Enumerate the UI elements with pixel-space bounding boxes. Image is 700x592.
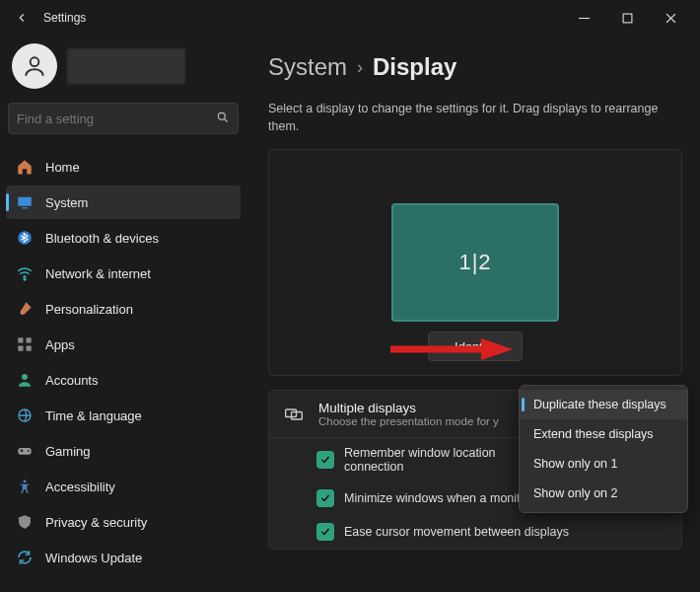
person-icon [16, 371, 34, 389]
sidebar-item-label: Windows Update [45, 551, 142, 565]
group-title: Multiple displays [318, 401, 499, 415]
svg-point-18 [28, 450, 30, 452]
sidebar-item-accessibility[interactable]: Accessibility [6, 470, 241, 503]
account-name-redacted [67, 48, 185, 84]
search-field[interactable] [17, 111, 216, 126]
svg-rect-13 [18, 346, 23, 351]
svg-rect-12 [27, 337, 32, 342]
page-title: Display [373, 53, 456, 81]
brush-icon [16, 300, 34, 318]
search-input[interactable] [8, 103, 239, 134]
sidebar-item-label: Accessibility [45, 480, 115, 494]
sidebar-item-network[interactable]: Network & internet [6, 257, 241, 290]
svg-rect-17 [18, 448, 32, 455]
system-icon [16, 193, 34, 211]
sidebar-item-label: Privacy & security [45, 515, 147, 530]
sidebar-item-label: Time & language [45, 408, 142, 423]
sidebar: Home System Bluetooth & devices Network … [0, 36, 246, 592]
checkbox-checked-icon[interactable] [316, 489, 334, 507]
shield-icon [16, 513, 34, 531]
sidebar-item-apps[interactable]: Apps [6, 328, 241, 361]
sidebar-item-label: Home [45, 160, 80, 175]
search-icon [216, 111, 230, 127]
sidebar-item-gaming[interactable]: Gaming [6, 434, 241, 468]
svg-rect-1 [623, 14, 632, 23]
sidebar-item-label: Accounts [45, 373, 98, 388]
sidebar-item-label: Gaming [45, 444, 91, 459]
breadcrumb-parent[interactable]: System [268, 53, 347, 81]
display-arrangement-box[interactable]: 1|2 Identify [268, 149, 682, 376]
page-description: Select a display to change the settings … [268, 101, 672, 135]
sidebar-item-label: Network & internet [45, 266, 151, 281]
sidebar-item-time[interactable]: Time & language [6, 399, 241, 432]
svg-line-6 [225, 118, 228, 121]
svg-rect-14 [27, 346, 32, 351]
monitor-tile[interactable]: 1|2 [391, 203, 559, 322]
account-header[interactable] [6, 39, 241, 93]
main-panel: System › Display Select a display to cha… [246, 36, 700, 592]
sidebar-item-label: Bluetooth & devices [45, 231, 159, 246]
sidebar-item-accounts[interactable]: Accounts [6, 363, 241, 397]
dropdown-item-show1[interactable]: Show only on 1 [520, 449, 687, 479]
avatar [12, 43, 57, 89]
checkbox-checked-icon[interactable] [316, 523, 334, 541]
svg-rect-11 [18, 337, 23, 342]
sidebar-item-update[interactable]: Windows Update [6, 541, 241, 574]
check-label-line2: connection [344, 460, 496, 474]
checkbox-checked-icon[interactable] [316, 451, 334, 469]
svg-rect-20 [21, 449, 22, 452]
accessibility-icon [16, 478, 34, 495]
check-label: Remember window location [344, 446, 496, 460]
minimize-button[interactable] [562, 4, 605, 32]
close-button[interactable] [649, 4, 692, 32]
svg-point-5 [218, 112, 225, 119]
presentation-mode-dropdown[interactable]: Duplicate these displays Extend these di… [519, 385, 688, 513]
svg-rect-8 [22, 207, 28, 208]
sidebar-item-label: System [45, 195, 88, 210]
breadcrumb: System › Display [268, 53, 682, 81]
dropdown-item-duplicate[interactable]: Duplicate these displays [520, 390, 687, 419]
identify-button[interactable]: Identify [428, 332, 523, 361]
sidebar-item-home[interactable]: Home [6, 150, 241, 184]
svg-point-10 [24, 278, 26, 280]
monitor-label: 1|2 [458, 250, 491, 275]
titlebar: Settings [0, 0, 700, 36]
back-button[interactable] [8, 4, 35, 32]
check-label: Ease cursor movement between displays [344, 525, 569, 539]
check-ease-cursor[interactable]: Ease cursor movement between displays [269, 515, 681, 549]
sidebar-item-label: Personalization [45, 302, 133, 317]
dropdown-item-show2[interactable]: Show only on 2 [520, 479, 687, 508]
home-icon [16, 158, 34, 176]
apps-icon [16, 335, 34, 353]
group-subtitle: Choose the presentation mode for y [318, 415, 499, 427]
svg-point-15 [22, 374, 28, 380]
svg-point-21 [24, 480, 27, 482]
globe-clock-icon [16, 407, 34, 424]
nav-list: Home System Bluetooth & devices Network … [6, 150, 241, 574]
svg-point-4 [31, 57, 39, 66]
svg-rect-7 [18, 197, 32, 206]
dropdown-item-extend[interactable]: Extend these displays [520, 419, 687, 449]
sidebar-item-privacy[interactable]: Privacy & security [6, 505, 241, 539]
sidebar-item-bluetooth[interactable]: Bluetooth & devices [6, 221, 241, 255]
gamepad-icon [16, 442, 34, 460]
chevron-right-icon: › [357, 57, 363, 78]
bluetooth-icon [16, 229, 34, 247]
sidebar-item-label: Apps [45, 337, 75, 352]
update-icon [16, 549, 34, 566]
maximize-button[interactable] [605, 4, 649, 32]
wifi-icon [16, 264, 34, 282]
sidebar-item-personalization[interactable]: Personalization [6, 292, 241, 326]
window-title: Settings [43, 11, 86, 25]
sidebar-item-system[interactable]: System [6, 185, 241, 219]
displays-icon [283, 404, 305, 425]
